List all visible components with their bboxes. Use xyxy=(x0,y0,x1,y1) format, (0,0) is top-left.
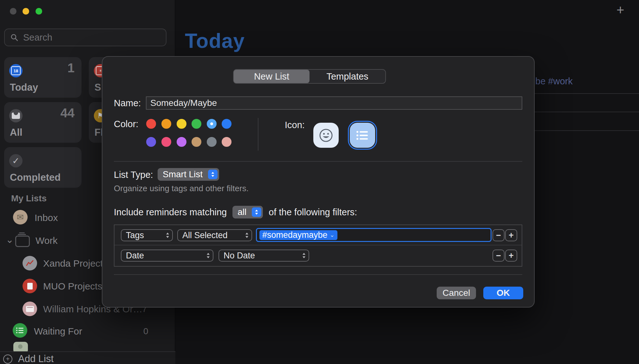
filter-row-tags: Tags All Selected #somedaymaybe ⌄ xyxy=(114,225,522,245)
icon-option-emoji[interactable] xyxy=(313,123,339,148)
disclosure-chevron-icon[interactable]: ⌄ xyxy=(6,234,14,245)
add-list-plus-icon[interactable]: + xyxy=(3,354,12,364)
color-swatch-rose[interactable] xyxy=(161,137,171,147)
inbox-envelope-icon: ✉ xyxy=(13,210,28,224)
all-tray-icon xyxy=(9,109,23,122)
today-calendar-icon: 18 xyxy=(9,64,23,77)
list-type-label: List Type: xyxy=(114,170,153,180)
smart-card-today[interactable]: 18 1 Today xyxy=(4,57,82,98)
today-card-label: Today xyxy=(10,82,38,93)
smart-card-all[interactable]: 44 All xyxy=(4,102,82,143)
page-title: Today xyxy=(185,29,245,53)
my-lists-section-title: My Lists xyxy=(11,193,47,204)
color-swatch-lavender[interactable] xyxy=(177,137,186,147)
window-zoom-button[interactable] xyxy=(36,8,42,15)
add-filter-button[interactable]: + xyxy=(505,229,517,241)
color-swatch-purple[interactable] xyxy=(146,137,156,147)
color-swatch-yellow[interactable] xyxy=(177,119,186,129)
add-reminder-button[interactable]: + xyxy=(616,3,624,18)
scheduled-card-label: S xyxy=(95,82,101,93)
smart-card-completed[interactable]: ✓ Completed xyxy=(4,147,82,188)
filter-field-select[interactable]: Tags xyxy=(121,229,173,241)
filter-operator-select[interactable]: No Date xyxy=(218,250,309,262)
all-card-label: All xyxy=(10,127,23,138)
list-type-description: Organize using tags and other filters. xyxy=(114,184,249,193)
search-input[interactable]: Search xyxy=(4,29,166,46)
add-filter-button[interactable]: + xyxy=(505,250,517,262)
popup-chevrons-icon xyxy=(252,207,261,217)
matching-prefix: Include reminders matching xyxy=(114,207,227,218)
color-swatch-red[interactable] xyxy=(146,119,156,129)
color-swatch-green[interactable] xyxy=(192,119,201,129)
token-chevron-icon: ⌄ xyxy=(330,231,335,238)
window-close-button[interactable] xyxy=(10,8,16,15)
checkmark-icon: ✓ xyxy=(9,154,23,167)
all-count: 44 xyxy=(61,106,75,120)
color-swatch-orange[interactable] xyxy=(161,119,171,129)
color-swatch-pink[interactable] xyxy=(222,137,231,147)
color-swatch-light-blue[interactable] xyxy=(207,119,217,129)
chart-icon xyxy=(23,256,37,270)
color-swatch-blue[interactable] xyxy=(222,119,231,129)
filter-field-select[interactable]: Date xyxy=(121,250,213,262)
list-name-input[interactable] xyxy=(146,96,522,110)
tag-token[interactable]: #somedaymaybe ⌄ xyxy=(259,230,337,240)
list-count: 0 xyxy=(143,326,148,336)
select-chevrons-icon xyxy=(245,233,249,238)
color-icon-divider xyxy=(258,118,258,151)
list-bullets-icon xyxy=(13,323,27,338)
reminder-row-divider xyxy=(535,93,639,94)
document-icon xyxy=(23,279,37,293)
dialog-tab-bar: New List Templates xyxy=(233,69,386,84)
smiley-emoji-icon xyxy=(319,128,333,143)
reminder-row-divider xyxy=(535,112,639,112)
tab-new-list[interactable]: New List xyxy=(234,70,310,83)
footer-divider xyxy=(114,274,522,275)
ok-button[interactable]: OK xyxy=(483,287,523,299)
tag-value-input[interactable]: #somedaymaybe ⌄ xyxy=(256,228,492,242)
icon-label: Icon: xyxy=(285,120,305,130)
add-list-button[interactable]: Add List xyxy=(18,353,54,364)
remove-filter-button[interactable]: − xyxy=(492,250,505,262)
filters-group: Tags All Selected #somedaymaybe ⌄ xyxy=(114,224,522,267)
today-count: 1 xyxy=(68,61,75,75)
filter-row-date: Date No Date − + xyxy=(114,245,522,266)
matching-suffix: of the following filters: xyxy=(269,207,357,218)
remove-filter-button[interactable]: − xyxy=(492,229,505,241)
search-placeholder: Search xyxy=(23,32,52,43)
color-swatch-gray[interactable] xyxy=(207,137,217,147)
reminder-row-divider xyxy=(535,130,639,131)
name-label: Name: xyxy=(114,98,141,108)
icon-option-list[interactable] xyxy=(350,123,375,148)
cancel-button[interactable]: Cancel xyxy=(437,287,476,299)
list-type-popup[interactable]: Smart List xyxy=(158,168,219,181)
card-icon xyxy=(23,302,37,316)
color-label: Color: xyxy=(114,119,138,129)
tab-templates[interactable]: Templates xyxy=(310,70,385,83)
filter-operator-select[interactable]: All Selected xyxy=(177,229,252,241)
new-list-dialog: New List Templates Name: Color: Icon: Li… xyxy=(102,56,535,308)
completed-card-label: Completed xyxy=(10,172,61,183)
search-icon xyxy=(10,34,18,41)
list-bullets-icon xyxy=(356,130,369,141)
background-reminder-tags: be #work xyxy=(535,76,573,87)
work-stack-icon xyxy=(15,234,30,249)
color-swatch-tan[interactable] xyxy=(192,137,201,147)
select-chevrons-icon xyxy=(206,253,210,258)
matching-row: Include reminders matching all of the fo… xyxy=(114,205,357,219)
window-minimize-button[interactable] xyxy=(23,8,29,15)
select-chevrons-icon xyxy=(166,233,169,238)
popup-chevrons-icon xyxy=(208,170,218,179)
matching-popup[interactable]: all xyxy=(232,206,263,218)
section-divider xyxy=(114,161,522,162)
select-chevrons-icon xyxy=(302,253,306,258)
sidebar-footer: + Add List xyxy=(0,351,175,364)
